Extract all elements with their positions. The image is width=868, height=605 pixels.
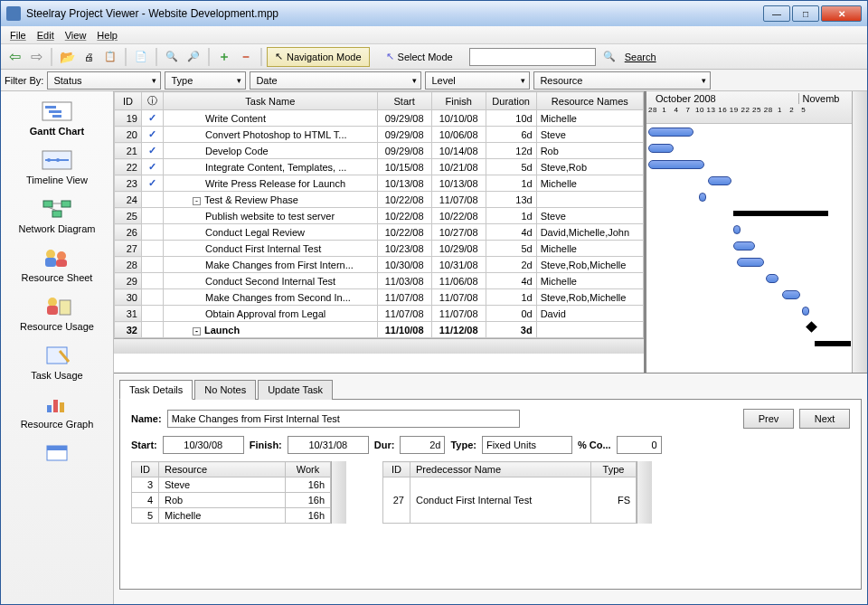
start-field[interactable]: 10/30/08 [163, 436, 244, 454]
sidebar-item-task-usage[interactable]: Task Usage [1, 339, 113, 388]
predecessor-row[interactable]: 27Conduct First Internal TestFS [383, 477, 637, 524]
name-field[interactable]: Make Changes from First Internal Test [167, 410, 520, 428]
checkmark-icon: ✓ [148, 145, 156, 156]
table-row[interactable]: 22✓Integrate Content, Templates, ...10/1… [115, 159, 644, 175]
table-row[interactable]: 19✓Write Content09/29/0810/10/0810dMiche… [115, 110, 644, 127]
sidebar-label: Network Diagram [19, 223, 96, 234]
sidebar-item-resource-sheet[interactable]: Resource Sheet [1, 241, 113, 290]
select-mode-button[interactable]: ↖Select Mode [379, 47, 460, 67]
maximize-button[interactable] [792, 5, 819, 22]
type-field[interactable]: Fixed Units [482, 436, 572, 454]
forward-button[interactable]: ⇨ [26, 47, 46, 67]
cursor-icon: ↖ [275, 51, 283, 62]
predecessor-scrollbar[interactable] [637, 461, 652, 524]
filter-status[interactable]: Status [47, 71, 161, 90]
col-info[interactable]: ⓘ [142, 92, 164, 110]
export-button[interactable]: 📋 [100, 47, 120, 67]
gantt-chart-pane[interactable]: October 2008Novemb 28 1 4 7 10 13 16 19 … [644, 91, 852, 373]
table-row[interactable]: 28Make Changes from First Intern...10/30… [115, 257, 644, 273]
dur-field[interactable]: 2d [400, 436, 445, 454]
sidebar-item-gantt-chart[interactable]: Gantt Chart [1, 95, 113, 144]
find-icon: 🔍 [165, 51, 178, 62]
details-pane: Task Details No Notes Update Task Name: … [114, 373, 867, 604]
col-start[interactable]: Start [377, 92, 431, 110]
col-duration[interactable]: Duration [486, 92, 536, 110]
goto-button[interactable]: 🔎 [184, 47, 203, 67]
finish-label: Finish: [250, 440, 282, 450]
menu-help[interactable]: Help [91, 28, 123, 43]
table-row[interactable]: 29Conduct Second Internal Test11/03/0811… [115, 273, 644, 289]
arrow-left-icon: ⇦ [9, 48, 21, 65]
expand-button[interactable]: ＋ [214, 47, 234, 67]
filter-date[interactable]: Date [250, 71, 421, 90]
col-task-name[interactable]: Task Name [164, 92, 378, 110]
gantt-chart-icon [40, 99, 74, 124]
table-row[interactable]: 31Obtain Approval from Legal11/07/0811/0… [115, 306, 644, 322]
toolbar: ⇦ ⇨ 📂 🖨 📋 📄 🔍 🔎 ＋ － ↖Navigation Mode ↖Se… [1, 44, 867, 70]
col-resources[interactable]: Resource Names [536, 92, 643, 110]
sidebar-item-network-diagram[interactable]: Network Diagram [1, 193, 113, 241]
sidebar-item-resource-graph[interactable]: Resource Graph [1, 388, 113, 437]
filter-type[interactable]: Type [165, 71, 246, 90]
table-row[interactable]: 26Conduct Legal Review10/22/0810/27/084d… [115, 224, 644, 241]
resource-assignment-table: ID Resource Work 3Steve16h4Rob16h5Michel… [131, 461, 331, 524]
timeline-icon [40, 147, 74, 173]
minimize-button[interactable] [763, 5, 790, 22]
table-row[interactable]: 20✓Convert Photoshop to HTML T...09/29/0… [115, 127, 644, 143]
prev-button[interactable]: Prev [743, 409, 794, 429]
collapse-button[interactable]: － [236, 47, 256, 67]
menu-file[interactable]: File [5, 28, 32, 43]
sidebar-item-timeline-view[interactable]: Timeline View [1, 144, 113, 193]
checkmark-icon: ✓ [148, 128, 156, 139]
navigation-mode-button[interactable]: ↖Navigation Mode [267, 47, 370, 67]
sidebar-item-more[interactable] [1, 437, 113, 475]
tab-no-notes[interactable]: No Notes [194, 380, 256, 400]
table-row[interactable]: 25Publish website to test server10/22/08… [115, 208, 644, 224]
folder-icon: 📂 [60, 50, 75, 64]
open-button[interactable]: 📂 [57, 47, 77, 67]
filter-level[interactable]: Level [425, 71, 530, 90]
task-grid[interactable]: ID ⓘ Task Name Start Finish Duration Res… [114, 91, 644, 373]
svg-rect-15 [45, 258, 56, 267]
titlebar: Steelray Project Viewer - Website Develo… [1, 1, 867, 26]
gantt-scrollbar-vertical[interactable] [852, 91, 867, 373]
finish-field[interactable]: 10/31/08 [288, 436, 369, 454]
svg-rect-19 [60, 300, 71, 315]
start-label: Start: [131, 440, 157, 450]
app-icon [6, 6, 21, 21]
search-input[interactable] [469, 48, 596, 66]
resource-scrollbar[interactable] [331, 461, 346, 524]
next-button[interactable]: Next [799, 409, 850, 429]
table-row[interactable]: 24-Test & Review Phase10/22/0811/07/0813… [115, 192, 644, 208]
grid-scrollbar-horizontal[interactable] [114, 338, 644, 354]
pct-field[interactable]: 0 [617, 436, 662, 454]
menu-edit[interactable]: Edit [32, 28, 60, 43]
resource-row[interactable]: 3Steve16h [132, 477, 331, 493]
print-button[interactable]: 🖨 [79, 47, 99, 67]
outline-toggle[interactable]: - [193, 197, 201, 205]
tab-task-details[interactable]: Task Details [119, 380, 193, 400]
table-row[interactable]: 21✓Develop Code09/29/0810/14/0812dRob [115, 143, 644, 159]
table-row[interactable]: 27Conduct First Internal Test10/23/0810/… [115, 241, 644, 257]
find-button[interactable]: 🔍 [162, 47, 182, 67]
filter-resource[interactable]: Resource [533, 71, 711, 90]
copy-button[interactable]: 📄 [131, 47, 151, 67]
task-usage-icon [40, 343, 74, 368]
resource-row[interactable]: 5Michelle16h [132, 508, 331, 524]
search-link[interactable]: Search [625, 52, 656, 62]
tab-update-task[interactable]: Update Task [258, 380, 333, 400]
table-row[interactable]: 32-Launch11/10/0811/12/083d [115, 322, 644, 338]
name-label: Name: [131, 413, 162, 424]
close-button[interactable] [821, 5, 862, 22]
table-row[interactable]: 23✓Write Press Release for Launch10/13/0… [115, 175, 644, 192]
copy-icon: 📄 [135, 51, 147, 62]
sidebar-item-resource-usage[interactable]: Resource Usage [1, 290, 113, 339]
back-button[interactable]: ⇦ [5, 47, 24, 67]
menu-view[interactable]: View [60, 28, 92, 43]
table-row[interactable]: 30Make Changes from Second In...11/07/08… [115, 289, 644, 306]
col-id[interactable]: ID [115, 92, 142, 110]
resource-row[interactable]: 4Rob16h [132, 493, 331, 508]
outline-toggle[interactable]: - [193, 327, 201, 336]
checkmark-icon: ✓ [148, 161, 156, 172]
col-finish[interactable]: Finish [431, 92, 486, 110]
